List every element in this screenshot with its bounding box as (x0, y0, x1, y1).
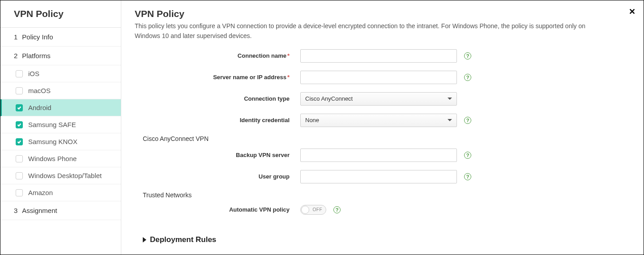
section-trusted-networks: Trusted Networks (143, 191, 630, 199)
select-value: Cisco AnyConnect (305, 95, 353, 102)
checkbox[interactable] (16, 121, 23, 128)
label-identity-credential: Identity credential (135, 117, 300, 123)
checkbox[interactable] (16, 155, 23, 162)
server-name-input[interactable] (300, 71, 457, 84)
help-icon[interactable]: ? (464, 117, 471, 124)
step-label: Platforms (22, 52, 50, 60)
chevron-down-icon (448, 119, 452, 121)
platform-label: Samsung SAFE (28, 121, 76, 128)
checkbox[interactable] (16, 70, 23, 77)
label-connection-type: Connection type (135, 95, 300, 102)
page-title: VPN Policy (135, 8, 630, 19)
user-group-input[interactable] (300, 170, 457, 183)
sidebar: VPN Policy 1 Policy Info 2 Platforms iOS… (0, 0, 121, 255)
platform-item-amazon[interactable]: Amazon (0, 184, 121, 201)
platform-label: Amazon (28, 189, 53, 196)
platform-label: Android (28, 104, 51, 111)
platform-item-android[interactable]: Android (0, 99, 121, 116)
triangle-right-icon (143, 237, 146, 242)
deployment-rules-label: Deployment Rules (150, 235, 216, 244)
step-num: 3 (14, 207, 17, 214)
help-icon[interactable]: ? (464, 74, 471, 81)
platform-label: Samsung KNOX (28, 138, 77, 145)
platform-item-macos[interactable]: macOS (0, 82, 121, 99)
checkbox[interactable] (16, 138, 23, 145)
checkbox[interactable] (16, 104, 23, 111)
platform-item-windows-desktop-tablet[interactable]: Windows Desktop/Tablet (0, 167, 121, 184)
toggle-label: OFF (313, 207, 323, 212)
step-assignment[interactable]: 3 Assignment (0, 201, 121, 220)
main-panel: ✕ VPN Policy This policy lets you config… (121, 0, 644, 255)
platform-label: macOS (28, 87, 51, 94)
close-icon[interactable]: ✕ (629, 7, 635, 17)
help-icon[interactable]: ? (464, 52, 471, 60)
platform-item-windows-phone[interactable]: Windows Phone (0, 150, 121, 167)
sidebar-title: VPN Policy (0, 0, 121, 28)
step-label: Assignment (22, 207, 57, 214)
platform-label: Windows Desktop/Tablet (28, 172, 102, 179)
label-backup-vpn: Backup VPN server (135, 152, 300, 158)
deployment-rules-toggle[interactable]: Deployment Rules (135, 235, 630, 244)
chevron-down-icon (448, 98, 452, 100)
step-num: 2 (14, 52, 17, 60)
connection-type-select[interactable]: Cisco AnyConnect (300, 92, 457, 106)
auto-vpn-toggle[interactable]: OFF (300, 205, 326, 215)
checkbox[interactable] (16, 172, 23, 179)
platform-item-samsung-safe[interactable]: Samsung SAFE (0, 116, 121, 133)
checkbox[interactable] (16, 189, 23, 196)
platform-label: iOS (28, 70, 39, 77)
help-icon[interactable]: ? (464, 152, 471, 159)
platform-item-ios[interactable]: iOS (0, 65, 121, 82)
label-server-name: Server name or IP address* (135, 74, 300, 81)
section-cisco-anyconnect: Cisco AnyConnect VPN (143, 135, 630, 142)
help-icon[interactable]: ? (464, 173, 471, 180)
checkbox[interactable] (16, 87, 23, 94)
label-auto-vpn: Automatic VPN policy (135, 206, 300, 213)
identity-credential-select[interactable]: None (300, 114, 457, 127)
platform-item-samsung-knox[interactable]: Samsung KNOX (0, 133, 121, 150)
page-description: This policy lets you configure a VPN con… (135, 21, 609, 41)
connection-name-input[interactable] (300, 49, 457, 63)
help-icon[interactable]: ? (333, 206, 341, 213)
platform-label: Windows Phone (28, 155, 77, 162)
label-connection-name: Connection name* (135, 52, 300, 59)
select-value: None (305, 117, 319, 123)
toggle-knob (301, 206, 309, 214)
step-num: 1 (14, 33, 17, 41)
step-policy-info[interactable]: 1 Policy Info (0, 28, 121, 47)
step-label: Policy Info (22, 33, 53, 41)
label-user-group: User group (135, 173, 300, 180)
backup-vpn-input[interactable] (300, 149, 457, 162)
step-platforms[interactable]: 2 Platforms (0, 47, 121, 65)
